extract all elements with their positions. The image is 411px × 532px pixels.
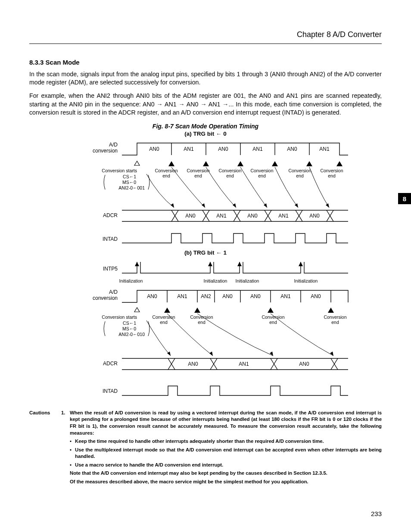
svg-text:end: end: [194, 173, 202, 178]
caution-bullet: Keep the time required to handle other i…: [75, 438, 324, 445]
svg-text:AN0: AN0: [309, 213, 320, 219]
svg-text:Initialization: Initialization: [294, 278, 318, 283]
svg-text:AN0: AN0: [185, 213, 196, 219]
svg-marker-52: [208, 262, 212, 266]
caution-bullet: Use the multiplexed interrupt mode so th…: [75, 447, 382, 460]
svg-marker-76: [164, 308, 170, 313]
svg-text:end: end: [331, 320, 339, 325]
svg-text:AN1: AN1: [239, 361, 249, 367]
svg-text:end: end: [296, 173, 304, 178]
svg-text:AN0: AN0: [311, 293, 321, 299]
header-rule: [29, 44, 382, 44]
svg-text:end: end: [258, 173, 266, 178]
svg-text:end: end: [160, 320, 168, 325]
svg-text:MS←0: MS←0: [122, 326, 136, 331]
svg-text:AN0: AN0: [149, 146, 159, 152]
svg-text:ANI2-0←001: ANI2-0←001: [118, 185, 145, 190]
svg-text:AN0: AN0: [250, 293, 261, 299]
svg-text:AN0: AN0: [247, 213, 258, 219]
svg-marker-79: [328, 308, 334, 313]
svg-text:AN1: AN1: [252, 146, 263, 152]
svg-text:Conversion starts: Conversion starts: [102, 168, 137, 173]
svg-marker-77: [194, 308, 200, 313]
svg-text:INTAD: INTAD: [103, 388, 118, 394]
row-label-adconv: conversion: [93, 148, 118, 154]
svg-text:AN0: AN0: [188, 361, 198, 367]
cautions-note: Note that the A/D conversion end interru…: [70, 470, 382, 477]
figure-subcaption-b: (b) TRG bit ← 1: [29, 249, 382, 256]
svg-marker-17: [306, 161, 312, 166]
svg-text:end: end: [162, 173, 170, 178]
cautions-note: Of the measures described above, the mac…: [70, 479, 382, 485]
cautions-label: Cautions: [29, 410, 61, 485]
figure-subcaption-a: (a) TRG bit ← 0: [29, 131, 382, 137]
paragraph: In the scan mode, signals input from the…: [29, 70, 382, 87]
cautions-block: Cautions 1. When the result of A/D conve…: [29, 410, 382, 485]
chapter-side-tab: 8: [398, 193, 411, 204]
cautions-body: When the result of A/D conversion is rea…: [70, 410, 382, 436]
svg-marker-47: [295, 203, 298, 208]
svg-text:AN1: AN1: [280, 293, 291, 299]
svg-text:CS←1: CS←1: [123, 320, 136, 326]
svg-marker-12: [134, 161, 140, 165]
svg-text:AN1: AN1: [278, 213, 289, 219]
section-heading: 8.3.3 Scan Mode: [29, 59, 382, 66]
svg-text:Initialization: Initialization: [119, 278, 143, 283]
svg-text:conversion: conversion: [93, 295, 118, 301]
svg-text:AN0: AN0: [218, 146, 228, 152]
chapter-header: Chapter 8 A/D Converter: [29, 30, 382, 39]
svg-marker-48: [326, 203, 329, 208]
svg-text:A/D: A/D: [109, 289, 118, 295]
svg-text:AN2: AN2: [201, 293, 211, 299]
figure-caption: Fig. 8-7 Scan Mode Operation Timing: [29, 123, 382, 130]
svg-marker-78: [268, 308, 274, 313]
svg-text:Conversion: Conversion: [218, 168, 241, 173]
timing-diagram-b: INTP5 Initialization Initialization Init…: [29, 258, 382, 401]
svg-marker-18: [336, 161, 342, 166]
svg-text:CS←1: CS←1: [123, 174, 136, 179]
svg-marker-45: [233, 203, 236, 208]
svg-text:Initialization: Initialization: [236, 278, 259, 283]
svg-text:A/D: A/D: [109, 142, 118, 148]
svg-text:Conversion: Conversion: [250, 168, 273, 173]
svg-marker-75: [134, 308, 140, 312]
svg-text:Conversion: Conversion: [187, 168, 209, 173]
svg-text:ADCR: ADCR: [103, 212, 118, 218]
svg-text:Conversion: Conversion: [324, 314, 346, 320]
svg-text:AN0: AN0: [222, 293, 233, 299]
svg-marker-44: [202, 203, 205, 208]
svg-marker-53: [237, 262, 242, 266]
cautions-number: 1.: [61, 410, 70, 485]
timing-diagram-a: A/D conversion AN0 AN1 AN0 AN1 AN0 AN1 C…: [29, 140, 382, 247]
svg-marker-101: [330, 352, 333, 356]
svg-text:Conversion: Conversion: [288, 168, 311, 173]
svg-text:Initialization: Initialization: [204, 278, 227, 283]
caution-bullet: Use a macro service to handle the A/D co…: [75, 462, 223, 469]
svg-text:Conversion starts: Conversion starts: [102, 314, 137, 320]
svg-text:AN0: AN0: [287, 146, 297, 152]
svg-text:Conversion: Conversion: [320, 168, 343, 173]
svg-text:ADCR: ADCR: [103, 361, 118, 367]
page-number: 233: [371, 510, 382, 517]
svg-text:AN1: AN1: [177, 293, 187, 299]
svg-text:AN0: AN0: [299, 361, 309, 367]
svg-marker-46: [264, 203, 267, 208]
svg-text:Conversion: Conversion: [262, 314, 284, 320]
svg-marker-51: [135, 262, 139, 266]
svg-text:end: end: [328, 173, 336, 178]
svg-text:AN1: AN1: [184, 146, 194, 152]
svg-text:AN1: AN1: [216, 213, 227, 219]
svg-marker-16: [272, 161, 278, 166]
svg-text:AN0: AN0: [147, 293, 157, 299]
svg-text:Conversion: Conversion: [152, 314, 175, 320]
svg-text:MS←0: MS←0: [122, 180, 136, 185]
paragraph: For example, when the ANI2 through ANI0 …: [29, 92, 382, 117]
svg-text:end: end: [198, 320, 206, 325]
svg-text:AN1: AN1: [319, 146, 330, 152]
svg-text:ANI2-0←010: ANI2-0←010: [118, 332, 145, 337]
svg-marker-13: [168, 161, 174, 166]
svg-text:end: end: [269, 320, 277, 325]
svg-marker-15: [237, 161, 243, 166]
svg-text:Conversion: Conversion: [155, 168, 177, 173]
svg-text:end: end: [226, 173, 234, 178]
